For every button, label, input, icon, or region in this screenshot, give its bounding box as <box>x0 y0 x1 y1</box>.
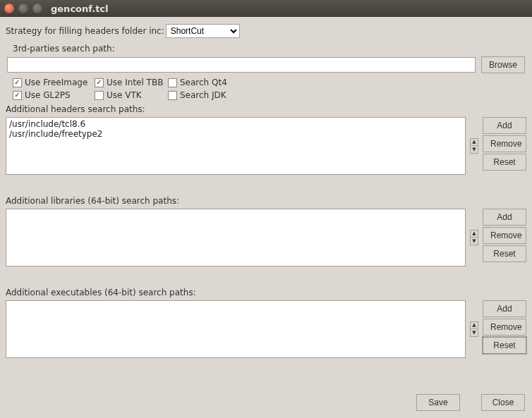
main-panel: Strategy for filling headers folder inc:… <box>0 17 532 418</box>
check-tbb[interactable]: ✓ Use Intel TBB <box>95 78 168 87</box>
checkbox-icon: ✓ <box>13 78 22 87</box>
checkbox-icon <box>95 91 104 100</box>
exes-reset-button[interactable]: Reset <box>483 337 526 354</box>
libs-remove-button[interactable]: Remove <box>483 227 526 244</box>
browse-button[interactable]: Browse <box>481 56 525 73</box>
minimize-icon[interactable] <box>18 4 28 13</box>
chevron-down-icon[interactable]: ▼ <box>470 238 478 245</box>
check-label: Use GL2PS <box>25 90 71 100</box>
checkbox-icon <box>168 91 177 100</box>
check-label: Use FreeImage <box>25 78 87 87</box>
headers-reset-button[interactable]: Reset <box>483 154 526 171</box>
save-button[interactable]: Save <box>416 394 460 411</box>
check-label: Search JDK <box>180 90 226 100</box>
chevron-up-icon[interactable]: ▲ <box>470 230 478 238</box>
libs-label: Additional libraries (64-bit) search pat… <box>6 196 526 206</box>
libs-spinner: ▲ ▼ <box>470 230 478 245</box>
check-qt4[interactable]: Search Qt4 <box>168 78 246 87</box>
check-label: Use Intel TBB <box>107 78 163 87</box>
libs-listbox[interactable] <box>6 209 466 266</box>
chevron-up-icon[interactable]: ▲ <box>470 321 478 329</box>
window-title: genconf.tcl <box>51 4 109 14</box>
titlebar: genconf.tcl <box>0 0 532 17</box>
close-button[interactable]: Close <box>481 394 525 411</box>
check-vtk[interactable]: Use VTK <box>95 90 168 100</box>
exes-remove-button[interactable]: Remove <box>483 319 526 336</box>
headers-listbox[interactable]: /usr/include/tcl8.6 /usr/include/freetyp… <box>6 117 466 175</box>
exes-spinner: ▲ ▼ <box>470 321 478 337</box>
libs-reset-button[interactable]: Reset <box>483 245 526 262</box>
thirdparty-label: 3rd-parties search path: <box>13 44 526 54</box>
chevron-down-icon[interactable]: ▼ <box>470 329 478 337</box>
options-grid: ✓ Use FreeImage ✓ Use Intel TBB Search Q… <box>13 78 526 100</box>
headers-add-button[interactable]: Add <box>483 117 526 134</box>
exes-listbox[interactable] <box>6 300 466 358</box>
maximize-icon[interactable] <box>32 4 42 13</box>
chevron-up-icon[interactable]: ▲ <box>470 138 478 146</box>
check-label: Use VTK <box>107 90 142 100</box>
libs-add-button[interactable]: Add <box>483 209 526 226</box>
checkbox-icon: ✓ <box>13 91 22 100</box>
headers-label: Additional headers search paths: <box>6 104 526 114</box>
check-gl2ps[interactable]: ✓ Use GL2PS <box>13 90 95 100</box>
check-jdk[interactable]: Search JDK <box>168 90 246 100</box>
headers-remove-button[interactable]: Remove <box>483 135 526 152</box>
check-label: Search Qt4 <box>180 78 227 87</box>
footer: Save Close <box>416 394 525 411</box>
headers-spinner: ▲ ▼ <box>470 138 478 154</box>
close-icon[interactable] <box>4 4 14 13</box>
strategy-label: Strategy for filling headers folder inc: <box>6 26 164 36</box>
chevron-down-icon[interactable]: ▼ <box>470 146 478 154</box>
checkbox-icon: ✓ <box>95 78 104 87</box>
exes-add-button[interactable]: Add <box>483 300 526 317</box>
check-freeimage[interactable]: ✓ Use FreeImage <box>13 78 95 87</box>
thirdparty-input[interactable] <box>7 57 476 73</box>
strategy-combo[interactable]: ShortCut <box>166 24 240 38</box>
exes-label: Additional executables (64-bit) search p… <box>6 288 526 297</box>
checkbox-icon <box>168 78 177 87</box>
